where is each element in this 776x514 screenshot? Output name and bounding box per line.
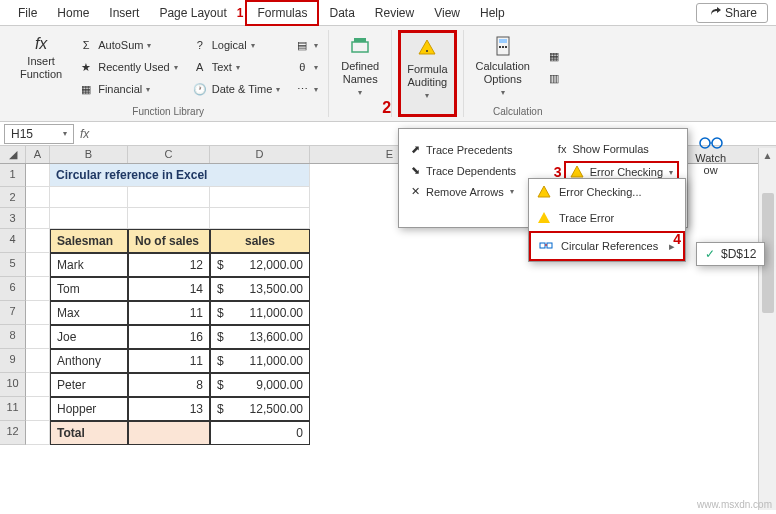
- name-box[interactable]: H15 ▾: [4, 124, 74, 144]
- lookup-button[interactable]: ▤▾: [290, 35, 322, 55]
- show-formulas-button[interactable]: fx Show Formulas: [554, 141, 679, 157]
- insert-function-button[interactable]: fx Insert Function: [14, 30, 68, 104]
- cell-sales[interactable]: $11,000.00: [210, 349, 310, 373]
- rownum[interactable]: 2: [0, 187, 26, 208]
- cell[interactable]: [26, 229, 50, 253]
- tab-formulas[interactable]: Formulas: [245, 0, 319, 26]
- calc-now-button[interactable]: ▦: [542, 46, 566, 66]
- cell-salesman[interactable]: Hopper: [50, 397, 128, 421]
- rownum[interactable]: 11: [0, 397, 26, 421]
- financial-button[interactable]: ▦ Financial ▾: [74, 79, 182, 99]
- col-header-c[interactable]: C: [128, 146, 210, 163]
- cell-no-of-sales[interactable]: 16: [128, 325, 210, 349]
- formula-auditing-button[interactable]: Formula Auditing ▾: [398, 30, 456, 117]
- rownum[interactable]: 4: [0, 229, 26, 253]
- cell-salesman[interactable]: Max: [50, 301, 128, 325]
- cell-sales[interactable]: $13,500.00: [210, 277, 310, 301]
- date-time-button[interactable]: 🕐 Date & Time ▾: [188, 79, 285, 99]
- cell-sales[interactable]: $13,600.00: [210, 325, 310, 349]
- title-cell[interactable]: Circular reference in Excel: [50, 164, 310, 187]
- col-header-d[interactable]: D: [210, 146, 310, 163]
- cell-salesman[interactable]: Peter: [50, 373, 128, 397]
- tab-page-layout[interactable]: Page Layout: [149, 2, 236, 24]
- cell[interactable]: [210, 208, 310, 229]
- rownum[interactable]: 8: [0, 325, 26, 349]
- text-button[interactable]: A Text ▾: [188, 57, 285, 77]
- tab-file[interactable]: File: [8, 2, 47, 24]
- tab-insert[interactable]: Insert: [99, 2, 149, 24]
- trace-dependents-button[interactable]: ⬊ Trace Dependents: [407, 162, 520, 179]
- col-header-a[interactable]: A: [26, 146, 50, 163]
- remove-arrows-button[interactable]: ✕ Remove Arrows ▾: [407, 183, 520, 200]
- cell-no-of-sales[interactable]: 13: [128, 397, 210, 421]
- rownum[interactable]: 3: [0, 208, 26, 229]
- calc-sheet-button[interactable]: ▥: [542, 68, 566, 88]
- math-button[interactable]: θ▾: [290, 57, 322, 77]
- cell[interactable]: [50, 208, 128, 229]
- total-label[interactable]: Total: [50, 421, 128, 445]
- cell[interactable]: [26, 421, 50, 445]
- tab-data[interactable]: Data: [319, 2, 364, 24]
- more-button[interactable]: ⋯▾: [290, 79, 322, 99]
- rownum[interactable]: 10: [0, 373, 26, 397]
- cell[interactable]: [26, 301, 50, 325]
- col-header-b[interactable]: B: [50, 146, 128, 163]
- cell[interactable]: [26, 187, 50, 208]
- cell-sales[interactable]: $12,000.00: [210, 253, 310, 277]
- fx-icon[interactable]: fx: [80, 127, 89, 141]
- rownum[interactable]: 6: [0, 277, 26, 301]
- header-sales[interactable]: sales: [210, 229, 310, 253]
- watch-window-button[interactable]: Watch ow: [695, 134, 726, 176]
- cell-salesman[interactable]: Tom: [50, 277, 128, 301]
- cell-salesman[interactable]: Mark: [50, 253, 128, 277]
- tab-help[interactable]: Help: [470, 2, 515, 24]
- cell[interactable]: [26, 208, 50, 229]
- circular-reference-submenu[interactable]: ✓ $D$12: [696, 242, 765, 266]
- rownum[interactable]: 12: [0, 421, 26, 445]
- rownum-1[interactable]: 1: [0, 164, 26, 187]
- cell[interactable]: [26, 164, 50, 187]
- tab-review[interactable]: Review: [365, 2, 424, 24]
- cell-no-of-sales[interactable]: 12: [128, 253, 210, 277]
- cell-salesman[interactable]: Joe: [50, 325, 128, 349]
- total-c[interactable]: [128, 421, 210, 445]
- cell-sales[interactable]: $12,500.00: [210, 397, 310, 421]
- share-button[interactable]: Share: [696, 3, 768, 23]
- cell[interactable]: [50, 187, 128, 208]
- cell[interactable]: [128, 187, 210, 208]
- cell[interactable]: [210, 187, 310, 208]
- cell[interactable]: [26, 373, 50, 397]
- cell[interactable]: [26, 349, 50, 373]
- cell[interactable]: [26, 325, 50, 349]
- cell[interactable]: [26, 397, 50, 421]
- cell-sales[interactable]: $9,000.00: [210, 373, 310, 397]
- select-all-corner[interactable]: ◢: [0, 146, 26, 163]
- cell-no-of-sales[interactable]: 11: [128, 301, 210, 325]
- trace-precedents-button[interactable]: ⬈ Trace Precedents: [407, 141, 520, 158]
- header-no-of-sales[interactable]: No of sales: [128, 229, 210, 253]
- error-checking-item[interactable]: Error Checking...: [529, 179, 685, 205]
- vertical-scrollbar[interactable]: ▲: [758, 148, 776, 510]
- rownum[interactable]: 9: [0, 349, 26, 373]
- scroll-up-icon[interactable]: ▲: [759, 148, 776, 163]
- header-salesman[interactable]: Salesman: [50, 229, 128, 253]
- autosum-button[interactable]: Σ AutoSum ▾: [74, 35, 182, 55]
- rownum[interactable]: 7: [0, 301, 26, 325]
- cell-no-of-sales[interactable]: 8: [128, 373, 210, 397]
- rownum[interactable]: 5: [0, 253, 26, 277]
- logical-button[interactable]: ? Logical ▾: [188, 35, 285, 55]
- cell-sales[interactable]: $11,000.00: [210, 301, 310, 325]
- cell[interactable]: [26, 253, 50, 277]
- cell-no-of-sales[interactable]: 11: [128, 349, 210, 373]
- total-value[interactable]: 0: [210, 421, 310, 445]
- cell-no-of-sales[interactable]: 14: [128, 277, 210, 301]
- circular-references-item[interactable]: Circular References ▸: [529, 231, 685, 261]
- tab-view[interactable]: View: [424, 2, 470, 24]
- cell[interactable]: [26, 277, 50, 301]
- cell[interactable]: [128, 208, 210, 229]
- recently-used-button[interactable]: ★ Recently Used ▾: [74, 57, 182, 77]
- defined-names-button[interactable]: Defined Names ▾: [335, 30, 385, 117]
- calculation-options-button[interactable]: Calculation Options ▾: [470, 30, 536, 104]
- cell-salesman[interactable]: Anthony: [50, 349, 128, 373]
- tab-home[interactable]: Home: [47, 2, 99, 24]
